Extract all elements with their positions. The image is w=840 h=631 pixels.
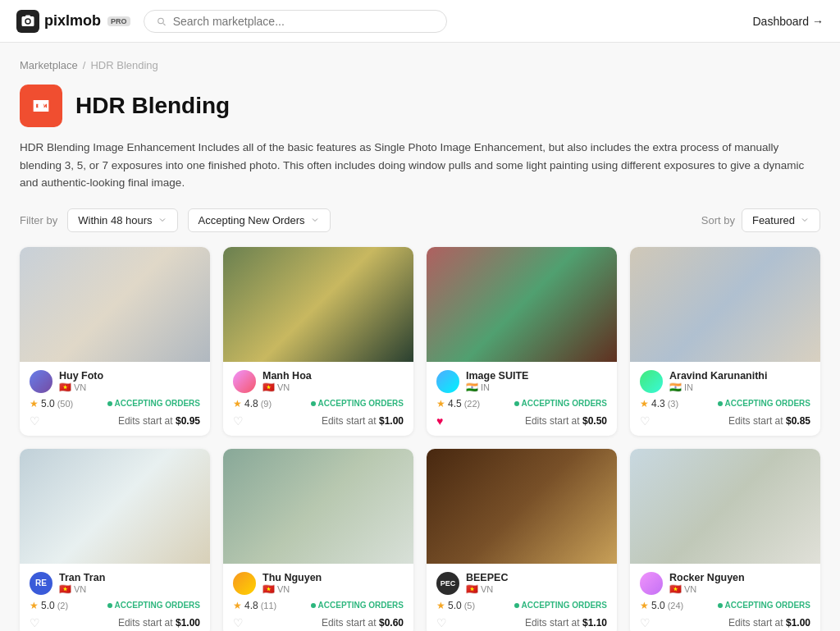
star-icon: ★ — [436, 600, 445, 611]
card-item[interactable]: Huy Foto 🇻🇳 VN ★ 5.0 (50) ACCEPTING ORDE… — [20, 247, 210, 436]
seller-name: BEEPEC — [466, 572, 607, 583]
logo-badge: PRO — [107, 16, 130, 26]
heart-button[interactable]: ♡ — [233, 414, 244, 428]
logo[interactable]: pixlmob PRO — [16, 10, 130, 33]
card-body: Huy Foto 🇻🇳 VN ★ 5.0 (50) ACCEPTING ORDE… — [20, 362, 210, 436]
card-body: Rocker Nguyen 🇻🇳 VN ★ 5.0 (24) ACCEPTING… — [630, 564, 820, 631]
price-label: Edits start at $1.10 — [525, 617, 607, 629]
price-label: Edits start at $0.50 — [525, 415, 607, 427]
rating-value: 4.8 — [244, 600, 258, 611]
rating: ★ 5.0 (50) — [30, 398, 73, 409]
search-input[interactable] — [173, 15, 435, 28]
seller-info: Aravind Karunanithi 🇮🇳 IN — [669, 370, 810, 393]
navbar: pixlmob PRO Dashboard → — [0, 0, 840, 43]
card-item[interactable]: Manh Hoa 🇻🇳 VN ★ 4.8 (9) ACCEPTING ORDER… — [223, 247, 413, 436]
review-count: (5) — [464, 601, 475, 610]
svg-point-0 — [39, 103, 44, 109]
price-row: ♥ Edits start at $0.50 — [436, 414, 607, 428]
heart-button[interactable]: ♡ — [30, 414, 40, 428]
country-code: VN — [74, 382, 86, 392]
star-icon: ★ — [30, 398, 39, 409]
price-row: ♡ Edits start at $1.00 — [30, 616, 200, 629]
chevron-down-icon — [158, 215, 167, 225]
heart-button[interactable]: ♡ — [640, 414, 651, 428]
flag-icon: 🇻🇳 — [262, 583, 275, 595]
rating: ★ 4.5 (22) — [436, 398, 480, 409]
rating: ★ 4.3 (3) — [640, 398, 678, 409]
card-image — [630, 247, 820, 362]
card-item[interactable]: Thu Nguyen 🇻🇳 VN ★ 4.8 (11) ACCEPTING OR… — [223, 449, 413, 631]
page-title: HDR Blending — [75, 93, 230, 119]
card-image — [223, 247, 413, 362]
price-amount: $1.00 — [786, 617, 810, 629]
seller-country: 🇻🇳 VN — [262, 382, 404, 393]
heart-button[interactable]: ♡ — [640, 616, 651, 629]
rating-value: 5.0 — [41, 398, 55, 409]
card-item[interactable]: PEC BEEPEC 🇻🇳 VN ★ 5.0 (5) ACCEP — [427, 449, 617, 631]
heart-button[interactable]: ♡ — [436, 616, 447, 629]
card-image — [20, 449, 210, 564]
rating: ★ 4.8 (9) — [233, 398, 272, 409]
dashboard-link[interactable]: Dashboard → — [753, 15, 824, 28]
seller-country: 🇻🇳 VN — [59, 382, 200, 393]
hours-filter[interactable]: Within 48 hours — [67, 208, 177, 232]
rating: ★ 4.8 (11) — [233, 600, 276, 611]
card-item[interactable]: Aravind Karunanithi 🇮🇳 IN ★ 4.3 (3) ACCE… — [630, 247, 820, 436]
camera-icon — [21, 14, 35, 29]
sort-area: Sort by Featured — [701, 208, 820, 232]
card-item[interactable]: RE Tran Tran 🇻🇳 VN ★ 5.0 (2) ACC — [20, 449, 210, 631]
accepting-badge: ACCEPTING ORDERS — [718, 601, 810, 610]
heart-button[interactable]: ♡ — [30, 616, 40, 629]
accepting-label: ACCEPTING ORDERS — [522, 399, 607, 408]
star-icon: ★ — [640, 600, 649, 611]
country-code: VN — [684, 584, 696, 594]
rating-row: ★ 5.0 (5) ACCEPTING ORDERS — [436, 600, 607, 611]
seller-row: RE Tran Tran 🇻🇳 VN — [30, 572, 200, 595]
page-icon — [20, 85, 62, 127]
breadcrumb-parent[interactable]: Marketplace — [20, 59, 78, 71]
rating-row: ★ 5.0 (50) ACCEPTING ORDERS — [30, 398, 200, 409]
flag-icon: 🇻🇳 — [466, 583, 478, 595]
rating-row: ★ 4.8 (9) ACCEPTING ORDERS — [233, 398, 404, 409]
card-image — [20, 247, 210, 362]
accepting-label: ACCEPTING ORDERS — [318, 601, 404, 610]
seller-info: Manh Hoa 🇻🇳 VN — [262, 370, 404, 393]
rating: ★ 5.0 (2) — [30, 600, 68, 611]
status-dot — [311, 603, 316, 608]
avatar — [640, 370, 663, 393]
price-row: ♡ Edits start at $0.95 — [30, 414, 200, 428]
seller-name: Rocker Nguyen — [669, 572, 810, 583]
price-amount: $1.00 — [379, 415, 404, 427]
price-amount: $1.00 — [176, 617, 200, 629]
flag-icon: 🇮🇳 — [466, 382, 478, 393]
card-item[interactable]: Rocker Nguyen 🇻🇳 VN ★ 5.0 (24) ACCEPTING… — [630, 449, 820, 631]
price-amount: $0.50 — [582, 415, 607, 427]
price-label: Edits start at $1.00 — [728, 617, 810, 629]
search-bar[interactable] — [144, 10, 447, 33]
flag-icon: 🇮🇳 — [669, 382, 682, 393]
seller-name: Thu Nguyen — [262, 572, 404, 583]
country-code: IN — [481, 382, 490, 392]
card-item[interactable]: Image SUITE 🇮🇳 IN ★ 4.5 (22) ACCEPTING O… — [427, 247, 617, 436]
seller-name: Huy Foto — [59, 370, 200, 382]
heart-button[interactable]: ♡ — [233, 616, 244, 629]
card-grid: Huy Foto 🇻🇳 VN ★ 5.0 (50) ACCEPTING ORDE… — [20, 247, 820, 631]
card-image — [427, 449, 617, 564]
price-row: ♡ Edits start at $0.85 — [640, 414, 810, 428]
sort-select[interactable]: Featured — [742, 208, 820, 232]
rating-row: ★ 5.0 (2) ACCEPTING ORDERS — [30, 600, 200, 611]
price-row: ♡ Edits start at $0.60 — [233, 616, 404, 629]
seller-info: Rocker Nguyen 🇻🇳 VN — [669, 572, 810, 595]
seller-country: 🇻🇳 VN — [59, 583, 200, 595]
accepting-label: ACCEPTING ORDERS — [725, 601, 810, 610]
accepting-badge: ACCEPTING ORDERS — [107, 601, 200, 610]
heart-button[interactable]: ♥ — [436, 414, 443, 428]
hdr-icon — [30, 94, 52, 117]
orders-filter[interactable]: Accepting New Orders — [188, 208, 331, 232]
accepting-badge: ACCEPTING ORDERS — [718, 399, 810, 408]
seller-row: Image SUITE 🇮🇳 IN — [436, 370, 607, 393]
seller-name: Tran Tran — [59, 572, 200, 583]
card-body: RE Tran Tran 🇻🇳 VN ★ 5.0 (2) ACC — [20, 564, 210, 631]
accepting-label: ACCEPTING ORDERS — [522, 601, 607, 610]
review-count: (22) — [464, 399, 481, 409]
